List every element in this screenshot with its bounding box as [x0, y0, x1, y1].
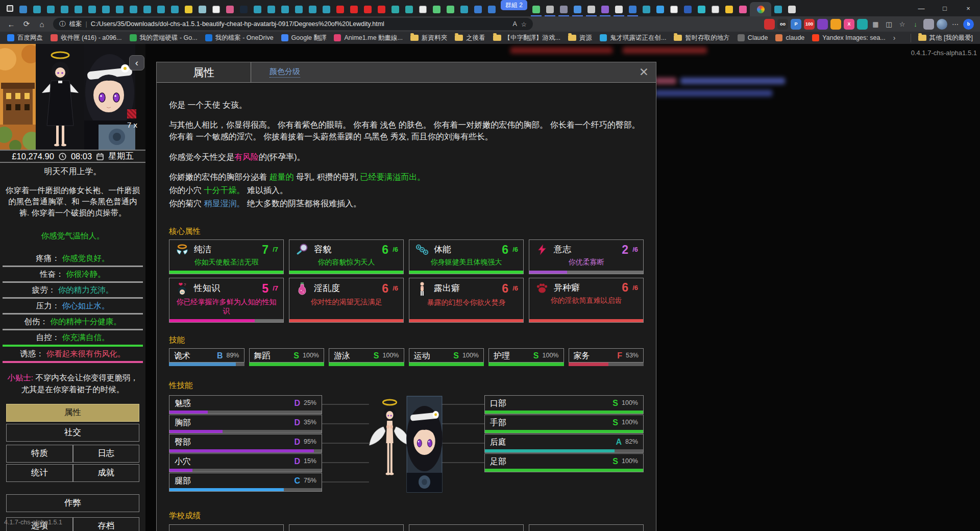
browser-tab[interactable]: [223, 2, 237, 16]
browser-tab[interactable]: [347, 2, 361, 16]
browser-tab[interactable]: [30, 2, 44, 16]
browser-tab[interactable]: [430, 2, 444, 16]
browser-tab[interactable]: [251, 2, 264, 16]
browser-tab[interactable]: [653, 2, 667, 16]
browser-tab[interactable]: [640, 2, 653, 16]
browser-tab[interactable]: [113, 2, 127, 16]
browser-tab[interactable]: [375, 2, 388, 16]
extensions-puzzle-icon[interactable]: ▦: [870, 19, 881, 30]
favorite-star-icon[interactable]: ☆: [521, 20, 527, 28]
browser-tab[interactable]: [557, 2, 571, 16]
browser-tab[interactable]: [626, 2, 640, 16]
browser-tab[interactable]: [58, 2, 71, 16]
close-icon[interactable]: ✕: [639, 65, 649, 79]
page-info-icon[interactable]: ⓘ: [59, 20, 66, 29]
browser-tab[interactable]: [99, 2, 113, 16]
sidebar-button-成就[interactable]: 成就: [73, 464, 140, 482]
bookmark-item[interactable]: claude: [775, 34, 804, 41]
browser-tab[interactable]: [785, 2, 799, 16]
gray-extension-icon[interactable]: [923, 19, 934, 30]
bookmark-item[interactable]: 收件匣 (416) - a096...: [51, 34, 122, 42]
bookmark-item[interactable]: 百度网盘: [7, 34, 43, 42]
browser-tab[interactable]: [195, 2, 209, 16]
sidebar-collapse-button[interactable]: ‹: [129, 55, 144, 70]
browser-tab[interactable]: [667, 2, 681, 16]
browser-tab[interactable]: [264, 2, 278, 16]
browser-tab[interactable]: [320, 2, 333, 16]
browser-tab[interactable]: [306, 2, 320, 16]
browser-tab[interactable]: [471, 2, 485, 16]
browser-tab[interactable]: [695, 2, 708, 16]
bookmark-item[interactable]: 【中字翻譯】游戏...: [493, 34, 560, 42]
sidebar-button-属性[interactable]: 属性: [6, 404, 139, 422]
home-icon[interactable]: ⌂: [35, 18, 49, 30]
bookmark-item[interactable]: 鬼才琪露诺正在创...: [600, 34, 666, 42]
refresh-icon[interactable]: ⟳: [19, 18, 34, 30]
maximize-button[interactable]: □: [933, 0, 957, 16]
browser-tab[interactable]: [278, 2, 292, 16]
tab-attributes[interactable]: 属性: [157, 62, 251, 82]
minimize-button[interactable]: —: [910, 0, 933, 16]
sidebar-button-社交[interactable]: 社交: [6, 424, 139, 442]
browser-tab[interactable]: [681, 2, 695, 16]
favorites-bar-icon[interactable]: ☆: [897, 19, 908, 30]
browser-tab[interactable]: [237, 2, 251, 16]
browser-tab[interactable]: [612, 2, 626, 16]
browser-tab[interactable]: [333, 2, 347, 16]
profile-avatar[interactable]: [937, 19, 947, 30]
bookmark-item[interactable]: 我的檔案 - OneDrive: [205, 34, 274, 42]
split-screen-icon[interactable]: ◫: [884, 19, 894, 30]
back-icon[interactable]: ←: [4, 18, 18, 30]
camera-extension-icon[interactable]: [857, 19, 868, 30]
browser-tab[interactable]: [584, 2, 598, 16]
bookmark-item[interactable]: Anime1.me 動畫線...: [334, 34, 403, 42]
browser-tab[interactable]: [85, 2, 99, 16]
browser-tab[interactable]: [154, 2, 168, 16]
browser-tab[interactable]: [722, 2, 736, 16]
address-bar[interactable]: ⓘ 檔案 | C:/Users/35/Downloads/dol-chs-a1.…: [53, 18, 533, 30]
browser-tab[interactable]: [182, 2, 195, 16]
browser-tab[interactable]: [543, 2, 557, 16]
downloads-icon[interactable]: ↓: [910, 19, 921, 30]
bookmark-item[interactable]: 之後看: [455, 34, 485, 42]
sidebar-button-作弊[interactable]: 作弊: [6, 494, 139, 512]
browser-tab[interactable]: [209, 2, 223, 16]
browser-tab[interactable]: [140, 2, 154, 16]
browser-tab[interactable]: [457, 2, 471, 16]
browser-tab[interactable]: [416, 2, 430, 16]
sidebar-button-存档[interactable]: 存档: [73, 517, 140, 531]
bookmarks-overflow-chevron[interactable]: ›: [893, 34, 896, 42]
bookmark-item[interactable]: 新資料夾: [410, 34, 447, 42]
browser-tab[interactable]: [16, 2, 30, 16]
tab-color-grading[interactable]: 颜色分级: [270, 67, 300, 78]
browser-tab[interactable]: [292, 2, 306, 16]
browser-tab[interactable]: [444, 2, 457, 16]
browser-tab[interactable]: [71, 2, 85, 16]
tab-group-label[interactable]: 群組 2: [501, 0, 527, 10]
browser-tab[interactable]: [168, 2, 182, 16]
p-extension-icon[interactable]: P: [791, 19, 801, 30]
oo-extension-icon[interactable]: oo: [777, 19, 788, 30]
read-aloud-icon[interactable]: A: [512, 20, 517, 28]
close-window-button[interactable]: ×: [957, 0, 980, 16]
sidebar-button-统计[interactable]: 统计: [6, 464, 73, 482]
browser-tab[interactable]: [708, 2, 722, 16]
url-text[interactable]: C:/Users/35/Downloads/dol-chs-a1.5.1-bea…: [91, 20, 509, 28]
browser-tab[interactable]: [388, 2, 402, 16]
sidebar-button-日志[interactable]: 日志: [73, 445, 140, 463]
bookmark-item[interactable]: Claude: [738, 34, 768, 41]
browser-tab[interactable]: [598, 2, 612, 16]
tab-actions-icon[interactable]: [3, 2, 16, 14]
pink-x-extension-icon[interactable]: X: [844, 19, 854, 30]
adblock-icon[interactable]: [764, 19, 775, 30]
hundred-extension-icon[interactable]: 100: [804, 19, 815, 30]
browser-tab[interactable]: [771, 2, 785, 16]
browser-tab[interactable]: [736, 2, 750, 16]
purple-extension-icon[interactable]: [817, 19, 828, 30]
bookmark-item[interactable]: 我的雲端硬碟 - Go...: [130, 34, 198, 42]
sidebar-button-特质[interactable]: 特质: [6, 445, 73, 463]
bookmark-item[interactable]: 資源: [568, 34, 592, 42]
browser-tab[interactable]: [529, 2, 543, 16]
bookmark-item[interactable]: Yandex Images: sea...: [812, 34, 885, 41]
browser-tab[interactable]: [485, 2, 499, 16]
